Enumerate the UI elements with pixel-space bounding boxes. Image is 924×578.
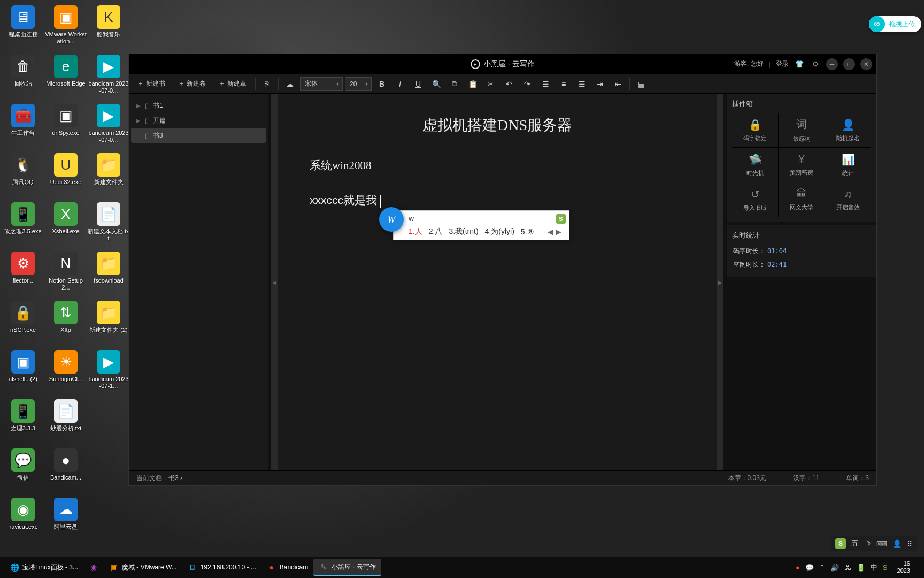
stat-idle: 空闲时长：02:41	[732, 258, 871, 271]
indent-button[interactable]: ⇥	[592, 77, 608, 92]
tray-battery-icon[interactable]: 🔋	[857, 564, 865, 572]
sidebar-item[interactable]: ▶▯开篇	[131, 113, 266, 128]
plugin-item[interactable]: 📊统计	[825, 148, 871, 182]
desktop-icon[interactable]: 🗑回收站	[2, 51, 44, 100]
desktop-icon[interactable]: ☀SunloginCl...	[45, 347, 87, 395]
collapse-left-button[interactable]: ◀	[271, 94, 278, 470]
export-button[interactable]: ⎘	[259, 77, 275, 92]
redo-button[interactable]: ↷	[519, 77, 535, 92]
desktop-icon[interactable]: ▶bandicam 2023-07-1...	[88, 347, 129, 395]
desktop-icon[interactable]: ⇅Xftp	[45, 298, 87, 346]
undo-button[interactable]: ↶	[501, 77, 517, 92]
taskbar-item[interactable]: ▣魔域 - VMware W...	[104, 559, 182, 576]
sidebar-item[interactable]: ▶▯书1	[131, 98, 266, 113]
ime-candidate[interactable]: 2.八	[429, 227, 443, 237]
ime-candidate[interactable]: 5.⑧	[521, 227, 534, 236]
editor[interactable]: 虚拟机搭建DNS服务器 系统win2008 xxxccc就是我 W w S 1.…	[278, 94, 717, 470]
plugin-item[interactable]: 👤随机起名	[825, 113, 871, 147]
plugin-icon: ♫	[844, 188, 852, 200]
desktop-icon[interactable]: NNotion Setup 2...	[45, 248, 87, 296]
maximize-button[interactable]: □	[843, 58, 855, 70]
desktop-icon[interactable]: UUedit32.exe	[45, 150, 87, 198]
desktop-icon[interactable]: 📁fsdownload	[88, 248, 129, 296]
desktop-icon[interactable]: ▣dnSpy.exe	[45, 101, 87, 149]
tray-ime-icon[interactable]: 中	[871, 562, 877, 572]
cloud-sync-button[interactable]: ☁	[282, 77, 298, 92]
tray-wechat-icon[interactable]: 💬	[805, 564, 814, 572]
sidebar-item[interactable]: ▯书3	[131, 128, 266, 143]
size-select[interactable]: 20	[345, 77, 372, 91]
plugin-item[interactable]: ♫开启音效	[825, 182, 871, 217]
tray-volume-icon[interactable]: 🔊	[830, 564, 839, 572]
settings-icon[interactable]: ⚙	[810, 59, 821, 70]
taskbar-item[interactable]: ◉	[83, 559, 104, 576]
desktop-icon[interactable]: eMicrosoft Edge	[45, 51, 87, 100]
theme-icon[interactable]: 👕	[794, 59, 805, 70]
new-chapter-button[interactable]: ＋新建章	[213, 77, 252, 92]
plugin-item[interactable]: 🛸时光机	[732, 148, 778, 182]
copy-button[interactable]: ⧉	[446, 77, 463, 92]
tray-record-icon[interactable]: ●	[796, 564, 800, 572]
align-left-button[interactable]: ☰	[537, 77, 553, 92]
minimize-button[interactable]: ─	[826, 58, 838, 70]
desktop-icon[interactable]: 🐧腾讯QQ	[2, 150, 44, 198]
align-right-button[interactable]: ☰	[574, 77, 590, 92]
desktop-icon[interactable]: XXshell.exe	[45, 199, 87, 247]
plugin-item[interactable]: ¥预期稿费	[779, 148, 825, 182]
clock[interactable]: 16 2023	[893, 560, 914, 574]
tray-expand-icon[interactable]: ⌃	[819, 564, 825, 572]
desktop-icon[interactable]: ▣VMware Workstation...	[45, 2, 87, 50]
ime-candidate[interactable]: 4.为(ylyi)	[485, 227, 514, 237]
desktop-icon[interactable]: 🧰牛工作台	[2, 101, 44, 149]
desktop-icon[interactable]: ▶bandicam 2023-07-0...	[88, 51, 129, 100]
ime-popup: W w S 1.人2.八3.我(trnt)4.为(ylyi)5.⑧◀ ▶	[379, 210, 569, 240]
desktop-icon[interactable]: 📁新建文件夹	[88, 150, 129, 198]
align-center-button[interactable]: ≡	[556, 77, 572, 92]
desktop-icon[interactable]: ☁阿里云盘	[45, 495, 87, 543]
desktop-icon[interactable]: ▶bandicam 2023-07-0...	[88, 101, 129, 149]
desktop-icon[interactable]: 📱之理3.3.3	[2, 396, 44, 444]
paste-button[interactable]: 📋	[465, 77, 481, 92]
plugin-item[interactable]: ↺导入旧版	[732, 182, 778, 217]
taskbar-item[interactable]: ●Bandicam	[261, 559, 313, 576]
desktop-icon[interactable]: K酷我音乐	[88, 2, 129, 50]
outdent-button[interactable]: ⇤	[610, 77, 626, 92]
italic-button[interactable]: I	[392, 77, 408, 92]
ime-candidate[interactable]: 1.人	[409, 227, 422, 237]
upload-badge[interactable]: ∞ 拖拽上传	[869, 16, 921, 32]
bold-button[interactable]: B	[374, 77, 390, 92]
upload-badge-label: 拖拽上传	[885, 20, 921, 29]
new-volume-button[interactable]: ＋新建卷	[173, 77, 211, 92]
ime-candidate[interactable]: 3.我(trnt)	[449, 227, 478, 237]
plugin-item[interactable]: 词敏感词	[779, 113, 825, 147]
login-button[interactable]: 登录	[776, 59, 789, 69]
desktop-icon[interactable]: 📱改之理3.5.exe	[2, 199, 44, 247]
desktop-icon[interactable]: 🔒nSCP.exe	[2, 298, 44, 346]
desktop-icon[interactable]: ⚙flector...	[2, 248, 44, 296]
desktop-icon[interactable]: ●Bandicam...	[45, 445, 87, 493]
ime-indicator[interactable]: S 五 ☽ ⌨ 👤 ⠿	[831, 536, 917, 551]
underline-button[interactable]: U	[410, 77, 426, 92]
tray-network-icon[interactable]: 🖧	[844, 564, 851, 572]
layout-button[interactable]: ▤	[633, 77, 649, 92]
desktop-icon[interactable]: 💬微信	[2, 445, 44, 493]
desktop-icon[interactable]: 📄新建文本文档.txt	[88, 199, 129, 247]
new-book-button[interactable]: ＋新建书	[132, 77, 171, 92]
tray-sogou-icon[interactable]: S	[883, 564, 888, 572]
collapse-right-button[interactable]: ▶	[717, 94, 723, 470]
taskbar-item[interactable]: 🖥192.168.200.10 - ...	[182, 559, 261, 576]
desktop-icon[interactable]: ◉navicat.exe	[2, 495, 44, 543]
desktop-icon[interactable]: ▣alshell...(2)	[2, 347, 44, 395]
cut-button[interactable]: ✂	[483, 77, 499, 92]
plugin-item[interactable]: 🔒码字锁定	[732, 113, 778, 147]
desktop-icon[interactable]: 📁新建文件夹 (2)	[88, 298, 129, 346]
taskbar-item[interactable]: ✎小黑屋 - 云写作	[313, 559, 381, 576]
plugin-item[interactable]: 🏛网文大学	[779, 182, 825, 217]
ime-more-icon[interactable]: ◀ ▶	[548, 227, 561, 236]
search-button[interactable]: 🔍	[428, 77, 444, 92]
close-button[interactable]: ✕	[860, 58, 872, 70]
desktop-icon[interactable]: 🖥程桌面连接	[2, 2, 44, 50]
taskbar-item[interactable]: 🌐宝塔Linux面板 - 3...	[4, 559, 83, 576]
font-select[interactable]: 宋体	[300, 77, 343, 91]
desktop-icon[interactable]: 📄炒股分析.txt	[45, 396, 87, 444]
